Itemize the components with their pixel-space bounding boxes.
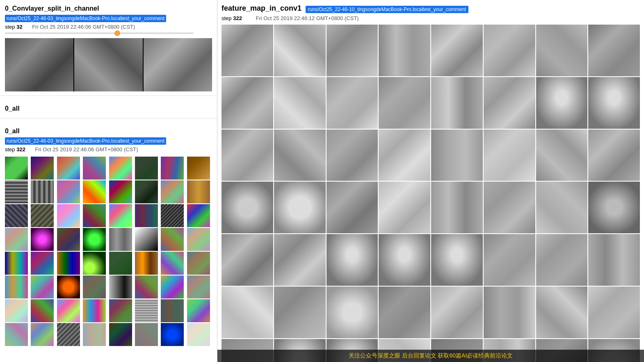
thumb-51[interactable] xyxy=(83,299,106,322)
feature-cell-4[interactable] xyxy=(431,25,483,76)
thumb-44[interactable] xyxy=(109,275,132,298)
thumb-47[interactable] xyxy=(187,275,210,298)
thumb-28[interactable] xyxy=(109,228,132,251)
thumb-61[interactable] xyxy=(135,323,158,346)
slider-track[interactable] xyxy=(5,32,194,34)
thumb-32[interactable] xyxy=(5,252,28,275)
thumb-27[interactable] xyxy=(83,228,106,251)
feature-cell-32[interactable] xyxy=(222,234,273,286)
feature-cell-30[interactable] xyxy=(536,182,588,233)
feature-cell-46[interactable] xyxy=(536,287,588,338)
thumb-60[interactable] xyxy=(109,323,132,346)
feature-cell-24[interactable] xyxy=(222,182,273,233)
feature-cell-44[interactable] xyxy=(431,287,483,338)
thumb-35[interactable] xyxy=(83,252,106,275)
thumb-22[interactable] xyxy=(161,204,184,227)
thumb-13[interactable] xyxy=(135,180,158,203)
thumb-39[interactable] xyxy=(187,252,210,275)
thumb-41[interactable] xyxy=(31,275,54,298)
thumb-19[interactable] xyxy=(83,204,106,227)
feature-cell-15[interactable] xyxy=(588,77,640,129)
feature-cell-40[interactable] xyxy=(222,287,273,338)
feature-cell-47[interactable] xyxy=(588,287,640,338)
feature-cell-27[interactable] xyxy=(379,182,430,233)
feature-cell-21[interactable] xyxy=(484,130,535,181)
thumb-20[interactable] xyxy=(109,204,132,227)
feature-cell-19[interactable] xyxy=(379,130,430,181)
thumb-50[interactable] xyxy=(57,299,80,322)
thumb-54[interactable] xyxy=(161,299,184,322)
feature-cell-12[interactable] xyxy=(431,77,483,129)
thumb-3[interactable] xyxy=(83,157,106,180)
thumb-12[interactable] xyxy=(109,180,132,203)
feature-cell-38[interactable] xyxy=(536,234,588,286)
feature-cell-33[interactable] xyxy=(274,234,326,286)
thumb-38[interactable] xyxy=(161,252,184,275)
thumb-45[interactable] xyxy=(135,275,158,298)
thumb-4[interactable] xyxy=(109,157,132,180)
feature-cell-1[interactable] xyxy=(274,25,326,76)
thumb-62[interactable] xyxy=(161,323,184,346)
thumb-5[interactable] xyxy=(135,157,158,180)
feature-cell-9[interactable] xyxy=(274,77,326,129)
feature-cell-11[interactable] xyxy=(379,77,430,129)
thumb-30[interactable] xyxy=(161,228,184,251)
feature-cell-17[interactable] xyxy=(274,130,326,181)
thumb-43[interactable] xyxy=(83,275,106,298)
feature-cell-42[interactable] xyxy=(327,287,378,338)
thumb-46[interactable] xyxy=(161,275,184,298)
thumb-23[interactable] xyxy=(187,204,210,227)
feature-cell-22[interactable] xyxy=(536,130,588,181)
thumb-36[interactable] xyxy=(109,252,132,275)
thumb-59[interactable] xyxy=(83,323,106,346)
thumb-57[interactable] xyxy=(31,323,54,346)
thumb-8[interactable] xyxy=(5,180,28,203)
thumb-55[interactable] xyxy=(187,299,210,322)
feature-cell-23[interactable] xyxy=(588,130,640,181)
feature-cell-2[interactable] xyxy=(327,25,378,76)
thumb-48[interactable] xyxy=(5,299,28,322)
thumb-17[interactable] xyxy=(31,204,54,227)
feature-cell-31[interactable] xyxy=(588,182,640,233)
thumb-15[interactable] xyxy=(187,180,210,203)
feature-cell-26[interactable] xyxy=(327,182,378,233)
thumb-29[interactable] xyxy=(135,228,158,251)
feature-cell-45[interactable] xyxy=(484,287,535,338)
thumb-9[interactable] xyxy=(31,180,54,203)
feature-cell-18[interactable] xyxy=(327,130,378,181)
thumb-24[interactable] xyxy=(5,228,28,251)
thumb-18[interactable] xyxy=(57,204,80,227)
thumb-14[interactable] xyxy=(161,180,184,203)
thumb-63[interactable] xyxy=(187,323,210,346)
feature-cell-7[interactable] xyxy=(588,25,640,76)
feature-cell-6[interactable] xyxy=(536,25,588,76)
feature-cell-37[interactable] xyxy=(484,234,535,286)
thumb-53[interactable] xyxy=(135,299,158,322)
thumb-37[interactable] xyxy=(135,252,158,275)
thumb-31[interactable] xyxy=(187,228,210,251)
thumb-16[interactable] xyxy=(5,204,28,227)
feature-cell-34[interactable] xyxy=(327,234,378,286)
feature-cell-36[interactable] xyxy=(431,234,483,286)
thumb-52[interactable] xyxy=(109,299,132,322)
thumb-11[interactable] xyxy=(83,180,106,203)
feature-cell-25[interactable] xyxy=(274,182,326,233)
thumb-0[interactable] xyxy=(5,157,28,180)
feature-cell-8[interactable] xyxy=(222,77,273,129)
feature-cell-16[interactable] xyxy=(222,130,273,181)
feature-cell-35[interactable] xyxy=(379,234,430,286)
thumb-2[interactable] xyxy=(57,157,80,180)
thumb-34[interactable] xyxy=(57,252,80,275)
thumb-33[interactable] xyxy=(31,252,54,275)
thumb-40[interactable] xyxy=(5,275,28,298)
thumb-6[interactable] xyxy=(161,157,184,180)
thumb-1[interactable] xyxy=(31,157,54,180)
slider-thumb[interactable] xyxy=(114,30,120,36)
feature-cell-10[interactable] xyxy=(327,77,378,129)
feature-cell-39[interactable] xyxy=(588,234,640,286)
feature-cell-13[interactable] xyxy=(484,77,535,129)
thumb-56[interactable] xyxy=(5,323,28,346)
thumb-10[interactable] xyxy=(57,180,80,203)
feature-cell-20[interactable] xyxy=(431,130,483,181)
thumb-49[interactable] xyxy=(31,299,54,322)
